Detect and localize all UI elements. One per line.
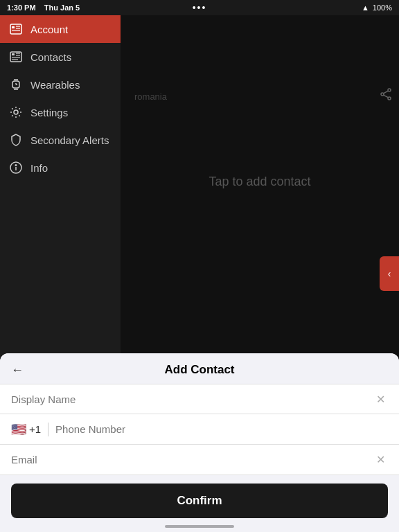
sidebar-info-label: Info	[30, 162, 48, 174]
status-bar: 1:30 PM Thu Jan 5 ••• ▲ 100%	[0, 0, 399, 15]
wifi-icon: ▲	[362, 3, 369, 12]
sidebar-item-contacts[interactable]: Contacts	[0, 43, 121, 71]
phone-number-field[interactable]: 🇺🇸 +1	[0, 414, 399, 445]
country-flag: 🇺🇸	[11, 422, 26, 437]
sidebar-item-wearables[interactable]: Wearables	[0, 71, 121, 98]
svg-rect-6	[12, 53, 15, 55]
sheet-title: Add Contact	[164, 363, 234, 377]
svg-point-16	[14, 110, 18, 114]
side-panel-button[interactable]: ‹	[380, 256, 399, 291]
email-input[interactable]	[11, 454, 373, 466]
svg-line-24	[384, 95, 388, 97]
status-time: 1:30 PM Thu Jan 5	[7, 3, 80, 12]
sidebar-item-secondary-alerts[interactable]: Secondary Alerts	[0, 126, 121, 154]
svg-point-20	[388, 89, 391, 91]
sidebar-item-settings[interactable]: Settings	[0, 98, 121, 126]
person-card-icon	[8, 21, 24, 37]
sidebar-item-account[interactable]: Account	[0, 15, 121, 43]
gear-icon	[8, 105, 24, 120]
contacts-icon	[8, 49, 24, 64]
email-field-container[interactable]: ✕	[0, 445, 399, 475]
sheet-header: ← Add Contact	[0, 353, 399, 384]
info-icon	[8, 160, 24, 175]
sidebar-settings-label: Settings	[30, 107, 68, 118]
sidebar-account-label: Account	[30, 24, 68, 35]
time-display: 1:30 PM	[7, 3, 36, 12]
form-fields: ✕ 🇺🇸 +1 ✕	[0, 384, 399, 475]
back-button[interactable]: ←	[11, 363, 24, 378]
phone-separator	[48, 423, 48, 436]
display-name-clear-button[interactable]: ✕	[373, 390, 388, 409]
status-dots: •••	[193, 2, 207, 13]
svg-rect-1	[12, 26, 15, 28]
confirm-button[interactable]: Confirm	[11, 484, 388, 518]
svg-point-22	[381, 93, 384, 96]
country-code: +1	[29, 423, 41, 435]
svg-point-21	[388, 97, 391, 100]
status-right-icons: ▲ 100%	[362, 3, 392, 12]
svg-rect-0	[10, 24, 21, 34]
chevron-left-icon: ‹	[388, 268, 391, 279]
sidebar-item-info[interactable]: Info	[0, 154, 121, 181]
add-contact-sheet: ← Add Contact ✕ 🇺🇸 +1 ✕ Confirm	[0, 353, 399, 532]
sidebar-contacts-label: Contacts	[30, 51, 71, 63]
sidebar-secondary-alerts-label: Secondary Alerts	[30, 134, 109, 146]
shield-icon	[8, 132, 24, 148]
battery-icon: 100%	[373, 3, 392, 12]
date-display: Thu Jan 5	[44, 3, 80, 12]
display-name-input[interactable]	[11, 393, 373, 405]
wearable-icon	[8, 77, 24, 92]
sidebar-wearables-label: Wearables	[30, 79, 80, 91]
svg-point-19	[15, 165, 17, 166]
tap-contact-text[interactable]: Tap to add contact	[121, 175, 399, 189]
phone-number-input[interactable]	[55, 423, 388, 435]
display-name-field[interactable]: ✕	[0, 384, 399, 414]
email-clear-button[interactable]: ✕	[373, 450, 388, 469]
home-indicator	[165, 525, 234, 528]
location-text: romania	[134, 91, 167, 102]
svg-line-23	[384, 91, 388, 93]
share-button[interactable]	[380, 88, 392, 104]
